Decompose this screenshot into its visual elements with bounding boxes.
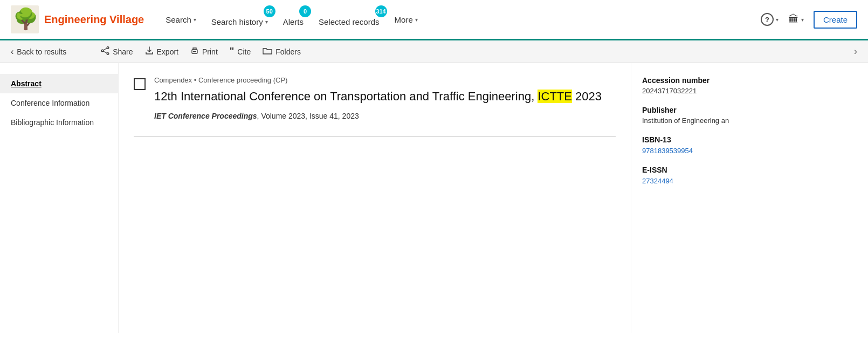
toolbar: ‹ Back to results Share <box>0 40 868 63</box>
svg-text:🌳: 🌳 <box>13 6 39 31</box>
record-header: Compendex • Conference proceeding (CP) 1… <box>134 76 616 120</box>
accession-number-section: Accession number 20243717032221 <box>642 76 771 95</box>
more-chevron-icon: ▾ <box>415 17 418 23</box>
content-area: Abstract Conference Information Bibliogr… <box>0 63 868 333</box>
content-divider <box>134 136 616 137</box>
print-icon <box>190 46 199 57</box>
export-icon <box>145 46 154 57</box>
back-arrow-icon: ‹ <box>11 47 13 57</box>
search-history-badge: 50 <box>264 5 275 17</box>
header-right: ? ▾ 🏛 ▾ Create <box>761 11 857 29</box>
create-button[interactable]: Create <box>814 11 857 29</box>
eissn-label: E-ISSN <box>642 166 771 174</box>
alerts-badge: 0 <box>299 5 311 17</box>
selected-records-badge: 314 <box>375 5 387 17</box>
collapse-panel-button[interactable]: › <box>854 46 857 57</box>
sidebar-item-bibliographic-information[interactable]: Bibliographic Information <box>0 113 118 132</box>
svg-point-3 <box>107 52 109 54</box>
publisher-value: Institution of Engineering an <box>642 117 771 125</box>
eissn-link[interactable]: 27324494 <box>642 177 673 185</box>
record-select-checkbox[interactable] <box>134 78 146 90</box>
record-meta: Compendex • Conference proceeding (CP) <box>154 76 616 84</box>
folders-button[interactable]: Folders <box>263 46 301 57</box>
nav-search[interactable]: Search ▾ <box>166 15 196 24</box>
cite-button[interactable]: " Cite <box>230 46 251 57</box>
back-to-results-button[interactable]: ‹ Back to results <box>11 47 66 57</box>
institution-button[interactable]: 🏛 ▾ <box>788 13 804 26</box>
help-chevron-icon: ▾ <box>776 17 779 23</box>
record-title: 12th International Conference on Transpo… <box>154 88 616 105</box>
folders-icon <box>263 46 272 57</box>
svg-point-4 <box>101 50 104 52</box>
share-icon <box>101 46 109 57</box>
cite-icon: " <box>230 46 235 57</box>
share-button[interactable]: Share <box>101 46 133 57</box>
isbn-section: ISBN-13 9781839539954 <box>642 135 771 155</box>
record-journal: IET Conference Proceedings, Volume 2023,… <box>154 112 616 120</box>
sidebar-item-abstract[interactable]: Abstract <box>0 74 118 93</box>
right-panel: Accession number 20243717032221 Publishe… <box>631 63 782 333</box>
logo-area[interactable]: 🌳 Engineering Village <box>11 5 144 33</box>
toolbar-right: › <box>854 46 857 57</box>
main-content: Compendex • Conference proceeding (CP) 1… <box>119 63 631 333</box>
eissn-section: E-ISSN 27324494 <box>642 166 771 185</box>
nav-selected-records[interactable]: Selected records 314 <box>319 13 380 26</box>
publisher-label: Publisher <box>642 106 771 114</box>
toolbar-actions: Share Export Print <box>101 46 301 57</box>
history-chevron-icon: ▾ <box>265 19 268 25</box>
record-info: Compendex • Conference proceeding (CP) 1… <box>154 76 616 120</box>
logo-icon: 🌳 <box>11 5 39 33</box>
accession-number-label: Accession number <box>642 76 771 85</box>
search-chevron-icon: ▾ <box>194 17 196 23</box>
institution-icon: 🏛 <box>788 13 799 26</box>
isbn-label: ISBN-13 <box>642 135 771 144</box>
publisher-section: Publisher Institution of Engineering an <box>642 106 771 125</box>
print-button[interactable]: Print <box>190 46 218 57</box>
export-button[interactable]: Export <box>145 46 178 57</box>
nav-alerts[interactable]: Alerts 0 <box>283 13 304 26</box>
nav-search-history[interactable]: Search history ▾ 50 <box>211 13 268 26</box>
accession-number-value: 20243717032221 <box>642 87 771 95</box>
nav-more[interactable]: More ▾ <box>395 15 418 24</box>
logo-text: Engineering Village <box>44 13 144 26</box>
help-button[interactable]: ? ▾ <box>761 13 779 26</box>
left-sidebar: Abstract Conference Information Bibliogr… <box>0 63 119 333</box>
sidebar-item-conference-information[interactable]: Conference Information <box>0 93 118 113</box>
svg-line-5 <box>104 48 107 50</box>
institution-chevron-icon: ▾ <box>801 17 804 23</box>
svg-line-6 <box>104 51 107 53</box>
svg-rect-8 <box>193 51 196 52</box>
svg-point-2 <box>107 46 109 49</box>
main-nav: Search ▾ Search history ▾ 50 Alerts 0 Se… <box>166 13 761 26</box>
isbn-link[interactable]: 9781839539954 <box>642 147 693 155</box>
